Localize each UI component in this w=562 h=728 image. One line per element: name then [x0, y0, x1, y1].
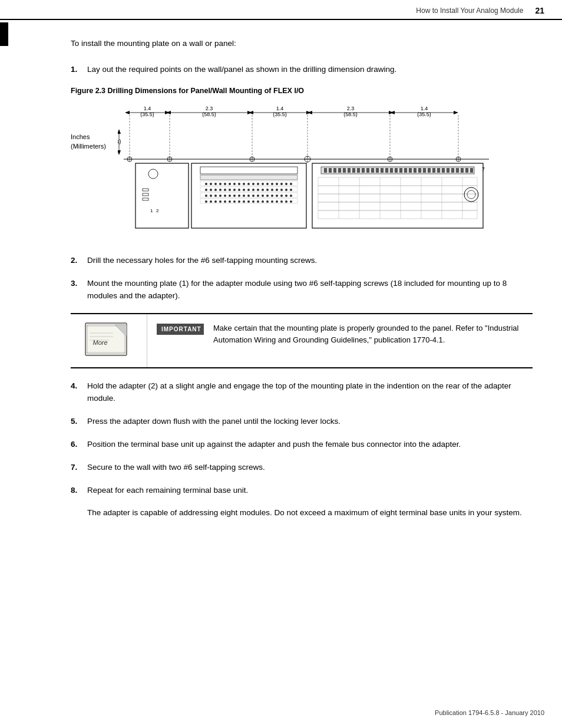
step-2: 2. Drill the necessary holes for the #6 … — [71, 255, 533, 267]
svg-point-142 — [285, 200, 287, 203]
svg-point-95 — [243, 189, 245, 191]
svg-rect-149 — [338, 168, 341, 173]
svg-text:(58.5): (58.5) — [343, 111, 358, 117]
step-1-number: 1. — [71, 64, 87, 76]
svg-marker-23 — [390, 111, 395, 114]
svg-point-119 — [266, 195, 269, 197]
svg-point-90 — [219, 189, 222, 191]
svg-rect-181 — [318, 202, 477, 210]
svg-point-138 — [266, 200, 269, 203]
svg-point-132 — [238, 200, 240, 203]
svg-point-140 — [276, 200, 278, 203]
step-2-number: 2. — [71, 255, 87, 267]
step-4: 4. Hold the adapter (2) at a slight angl… — [71, 380, 533, 405]
svg-point-68 — [205, 183, 207, 185]
step-5-text: Press the adapter down flush with the pa… — [87, 416, 533, 428]
svg-point-79 — [257, 183, 259, 185]
svg-rect-172 — [447, 168, 449, 173]
svg-point-94 — [238, 189, 240, 191]
svg-point-101 — [271, 189, 273, 191]
svg-rect-62 — [200, 167, 297, 174]
svg-point-108 — [214, 195, 217, 197]
intro-text: To install the mounting plate on a wall … — [71, 38, 533, 50]
svg-text:(35.5): (35.5) — [140, 111, 154, 117]
svg-point-117 — [257, 195, 259, 197]
svg-rect-156 — [371, 168, 374, 173]
svg-point-124 — [290, 195, 292, 197]
step-1-text: Lay out the required points on the wall/… — [87, 64, 533, 76]
svg-rect-180 — [318, 194, 477, 202]
step-8-text: Repeat for each remaining terminal base … — [87, 485, 533, 497]
step-7-text: Secure to the wall with two #6 self-tapp… — [87, 462, 533, 474]
closing-text: The adapter is capable of addressing eig… — [87, 507, 533, 519]
svg-point-100 — [266, 189, 269, 191]
svg-marker-28 — [118, 150, 121, 155]
svg-text:1.4: 1.4 — [276, 106, 284, 111]
svg-rect-169 — [432, 168, 435, 173]
svg-point-97 — [252, 189, 254, 191]
svg-point-133 — [243, 200, 245, 203]
svg-point-87 — [205, 189, 207, 191]
svg-point-75 — [238, 183, 240, 185]
svg-point-99 — [262, 189, 264, 191]
svg-point-69 — [210, 183, 212, 185]
svg-rect-170 — [437, 168, 440, 173]
svg-point-115 — [247, 195, 250, 197]
svg-point-114 — [243, 195, 245, 197]
step-6-number: 6. — [71, 439, 87, 451]
svg-rect-175 — [461, 168, 464, 173]
svg-point-71 — [219, 183, 222, 185]
step-6: 6. Position the terminal base unit up ag… — [71, 439, 533, 451]
svg-point-85 — [285, 183, 287, 185]
svg-text:1.4: 1.4 — [421, 106, 428, 111]
svg-rect-56 — [143, 189, 148, 191]
svg-point-190 — [464, 187, 478, 202]
svg-rect-146 — [324, 168, 327, 173]
svg-point-70 — [214, 183, 217, 185]
svg-rect-178 — [318, 177, 477, 186]
svg-text:(58.5): (58.5) — [202, 111, 216, 117]
drawing-area: Inches (Millimeters) 1.4 (35.5) 2.3 (58.… — [71, 103, 533, 241]
svg-point-128 — [219, 200, 222, 203]
svg-point-116 — [252, 195, 254, 197]
svg-point-136 — [257, 200, 259, 203]
step-4-text: Hold the adapter (2) at a slight angle a… — [87, 380, 533, 405]
svg-point-80 — [262, 183, 264, 185]
svg-point-131 — [233, 200, 236, 203]
svg-marker-24 — [454, 111, 458, 114]
svg-point-55 — [148, 169, 158, 179]
important-text: Make certain that the mounting plate is … — [213, 322, 523, 346]
inches-label: Inches — [71, 133, 90, 140]
mm-label: (Millimeters) — [71, 143, 106, 150]
svg-point-141 — [280, 200, 283, 203]
svg-text:.83 (21): .83 (21) — [118, 139, 121, 144]
svg-point-125 — [205, 200, 207, 203]
svg-text:(35.5): (35.5) — [273, 111, 287, 117]
step-7: 7. Secure to the wall with two #6 self-t… — [71, 462, 533, 474]
svg-point-143 — [290, 200, 292, 203]
svg-point-107 — [210, 195, 212, 197]
svg-point-78 — [252, 183, 254, 185]
step-8-number: 8. — [71, 485, 87, 497]
svg-point-74 — [233, 183, 236, 185]
svg-point-73 — [229, 183, 231, 185]
svg-rect-179 — [318, 186, 477, 194]
drawing-label: Inches (Millimeters) — [71, 103, 118, 151]
svg-rect-158 — [381, 168, 384, 173]
step-3: 3. Mount the mounting plate (1) for the … — [71, 278, 533, 302]
svg-rect-171 — [442, 168, 445, 173]
step-3-number: 3. — [71, 278, 87, 302]
step-3-text: Mount the mounting plate (1) for the ada… — [87, 278, 533, 302]
svg-point-77 — [247, 183, 250, 185]
svg-point-109 — [219, 195, 222, 197]
svg-point-104 — [285, 189, 287, 191]
svg-rect-147 — [329, 168, 332, 173]
svg-rect-157 — [376, 168, 379, 173]
page-number: 21 — [535, 6, 544, 15]
svg-text:2: 2 — [156, 208, 159, 213]
svg-rect-162 — [399, 168, 402, 173]
step-5: 5. Press the adapter down flush with the… — [71, 416, 533, 428]
step-7-number: 7. — [71, 462, 87, 474]
svg-point-127 — [214, 200, 217, 203]
svg-marker-8 — [166, 111, 171, 114]
